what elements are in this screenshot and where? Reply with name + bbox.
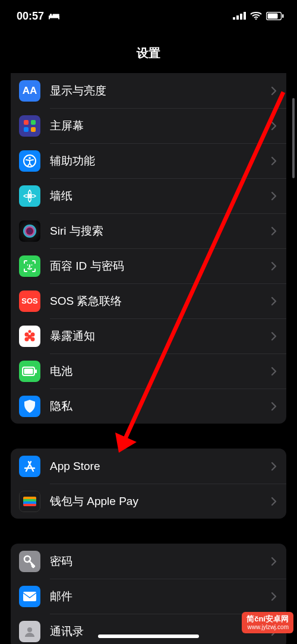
scroll-indicator[interactable] bbox=[292, 98, 295, 178]
exposure-icon bbox=[19, 326, 40, 347]
status-time: 00:57 bbox=[17, 10, 44, 23]
svg-rect-36 bbox=[23, 504, 36, 506]
row-home-screen[interactable]: 主屏幕 bbox=[11, 108, 286, 143]
cellular-icon bbox=[233, 12, 246, 20]
row-label: 邮件 bbox=[50, 589, 271, 604]
wallet-icon bbox=[19, 491, 40, 512]
row-sos[interactable]: SOS SOS 紧急联络 bbox=[11, 283, 286, 318]
svg-rect-4 bbox=[52, 14, 59, 15]
siri-icon bbox=[19, 220, 40, 242]
svg-rect-1 bbox=[49, 18, 50, 20]
row-label: 显示与亮度 bbox=[50, 83, 271, 99]
svg-rect-7 bbox=[240, 14, 242, 20]
settings-screen: 00:57 设置 AA bbox=[0, 0, 297, 644]
svg-rect-14 bbox=[31, 120, 36, 125]
svg-rect-31 bbox=[35, 370, 37, 373]
row-accessibility[interactable]: 辅助功能 bbox=[11, 143, 286, 178]
chevron-right-icon bbox=[271, 261, 277, 271]
row-label: 主屏幕 bbox=[50, 118, 271, 134]
row-label: App Store bbox=[50, 460, 271, 473]
chevron-right-icon bbox=[271, 557, 277, 566]
svg-rect-2 bbox=[58, 18, 59, 20]
row-label: 暴露通知 bbox=[50, 329, 271, 344]
svg-rect-15 bbox=[24, 127, 29, 132]
wifi-icon bbox=[250, 12, 262, 20]
chevron-right-icon bbox=[271, 86, 277, 96]
battery-icon bbox=[19, 361, 40, 382]
svg-rect-32 bbox=[24, 368, 33, 374]
svg-rect-0 bbox=[49, 15, 59, 18]
settings-group-1: AA 显示与亮度 主屏幕 辅助功能 bbox=[11, 73, 286, 424]
row-passwords[interactable]: 密码 bbox=[11, 544, 286, 579]
chevron-right-icon bbox=[271, 296, 277, 306]
page-title: 设置 bbox=[0, 30, 297, 73]
svg-rect-12 bbox=[268, 14, 278, 19]
sleep-icon bbox=[49, 12, 59, 20]
svg-point-22 bbox=[27, 264, 29, 266]
svg-point-18 bbox=[29, 157, 31, 159]
row-wallpaper[interactable]: 墙纸 bbox=[11, 178, 286, 213]
svg-point-23 bbox=[31, 264, 33, 266]
settings-list[interactable]: AA 显示与亮度 主屏幕 辅助功能 bbox=[0, 73, 297, 644]
faceid-icon bbox=[19, 255, 40, 277]
row-faceid-passcode[interactable]: 面容 ID 与密码 bbox=[11, 248, 286, 283]
row-siri-search[interactable]: Siri 与搜索 bbox=[11, 213, 286, 248]
row-label: 面容 ID 与密码 bbox=[50, 258, 271, 274]
status-left: 00:57 bbox=[17, 10, 59, 23]
row-label: SOS 紧急联络 bbox=[50, 293, 271, 309]
svg-point-21 bbox=[26, 228, 33, 235]
row-label: Siri 与搜索 bbox=[50, 223, 271, 239]
contacts-icon bbox=[19, 621, 40, 642]
chevron-right-icon bbox=[271, 402, 277, 411]
row-label: 辅助功能 bbox=[50, 153, 271, 169]
privacy-icon bbox=[19, 396, 40, 417]
svg-point-9 bbox=[255, 18, 257, 20]
battery-status-icon bbox=[266, 12, 284, 20]
svg-point-3 bbox=[50, 14, 52, 16]
watermark: 简ční安卓网 www.jylzwj.com bbox=[242, 612, 293, 633]
row-label: 墙纸 bbox=[50, 188, 271, 204]
row-label: 密码 bbox=[50, 554, 271, 569]
status-bar: 00:57 bbox=[0, 0, 297, 30]
chevron-right-icon bbox=[271, 226, 277, 236]
accessibility-icon bbox=[19, 150, 40, 172]
row-label: 电池 bbox=[50, 364, 271, 379]
home-indicator[interactable] bbox=[98, 634, 199, 638]
row-display-brightness[interactable]: AA 显示与亮度 bbox=[11, 73, 286, 108]
svg-rect-38 bbox=[23, 592, 36, 601]
row-privacy[interactable]: 隐私 bbox=[11, 389, 286, 424]
row-wallet-applepay[interactable]: 钱包与 Apple Pay bbox=[11, 484, 286, 519]
status-right bbox=[233, 12, 284, 20]
home-screen-icon bbox=[19, 115, 40, 137]
watermark-url: www.jylzwj.com bbox=[248, 624, 289, 631]
settings-group-2: App Store 钱包与 Apple Pay bbox=[11, 449, 286, 519]
svg-rect-13 bbox=[24, 120, 29, 125]
svg-rect-11 bbox=[282, 14, 284, 18]
wallpaper-icon bbox=[19, 185, 40, 207]
row-label: 钱包与 Apple Pay bbox=[50, 494, 271, 509]
chevron-right-icon bbox=[271, 191, 277, 201]
passwords-icon bbox=[19, 551, 40, 572]
chevron-right-icon bbox=[271, 121, 277, 131]
row-app-store[interactable]: App Store bbox=[11, 449, 286, 484]
chevron-right-icon bbox=[271, 462, 277, 471]
svg-rect-8 bbox=[244, 12, 246, 20]
svg-point-39 bbox=[27, 627, 32, 632]
row-mail[interactable]: 邮件 bbox=[11, 579, 286, 614]
chevron-right-icon bbox=[271, 332, 277, 341]
chevron-right-icon bbox=[271, 592, 277, 601]
display-icon: AA bbox=[19, 80, 40, 102]
row-exposure-notification[interactable]: 暴露通知 bbox=[11, 318, 286, 353]
chevron-right-icon bbox=[271, 497, 277, 506]
svg-point-28 bbox=[28, 334, 32, 339]
svg-rect-16 bbox=[31, 127, 36, 132]
mail-icon bbox=[19, 586, 40, 607]
row-label: 隐私 bbox=[50, 399, 271, 414]
svg-point-29 bbox=[29, 330, 31, 333]
sos-icon: SOS bbox=[19, 291, 40, 312]
app-store-icon bbox=[19, 456, 40, 477]
svg-rect-5 bbox=[233, 17, 235, 20]
row-battery[interactable]: 电池 bbox=[11, 353, 286, 389]
chevron-right-icon bbox=[271, 156, 277, 166]
svg-rect-6 bbox=[236, 15, 239, 20]
